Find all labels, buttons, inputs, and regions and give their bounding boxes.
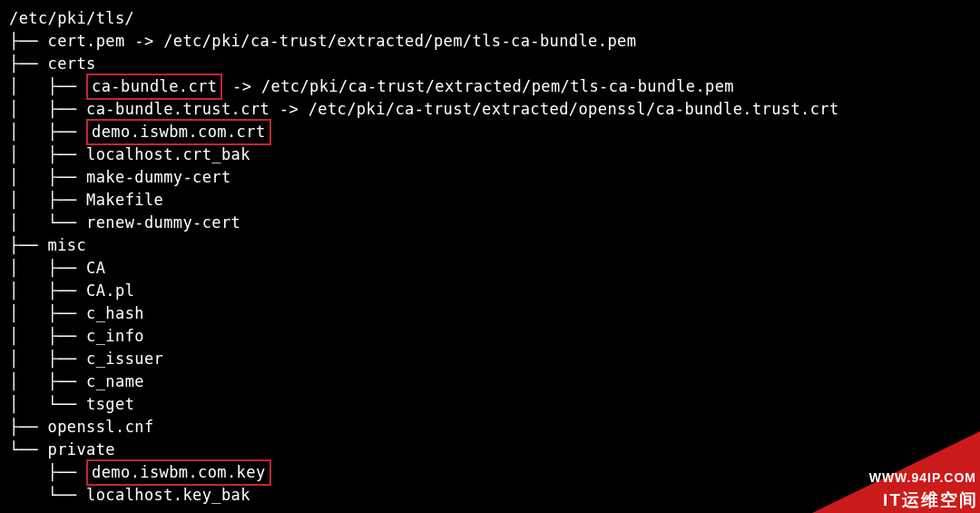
tree-prefix: │ └── [9, 213, 86, 232]
tree-prefix: │ ├── [9, 100, 86, 118]
tree-link-target: -> /etc/pki/ca-trust/extracted/pem/tls-c… [222, 77, 734, 95]
tree-filename: tsget [86, 395, 134, 413]
tree-prefix: ├── [9, 236, 48, 254]
tree-filename: demo.iswbm.com.key [86, 459, 270, 486]
tree-line: ├── misc [9, 234, 980, 257]
tree-prefix: │ ├── [9, 372, 86, 390]
tree-line: │ ├── c_info [9, 325, 980, 348]
tree-filename: /etc/pki/tls/ [9, 9, 134, 27]
tree-prefix: ├── [9, 32, 48, 50]
tree-filename: c_name [86, 372, 144, 390]
tree-prefix: ├── [9, 463, 86, 481]
tree-filename: openssl.cnf [48, 418, 154, 436]
tree-line: ├── demo.iswbm.com.key [9, 461, 980, 484]
tree-filename: ca-bundle.crt [86, 74, 222, 100]
tree-line: │ ├── localhost.crt_bak [9, 143, 980, 166]
tree-line: │ ├── Makefile [9, 189, 980, 212]
tree-filename: renew-dummy-cert [86, 213, 240, 232]
tree-filename: localhost.crt_bak [86, 145, 250, 163]
tree-filename: CA.pl [86, 281, 134, 300]
tree-prefix: │ ├── [9, 350, 86, 368]
tree-line: └── localhost.key_bak [9, 484, 980, 507]
tree-filename: localhost.key_bak [86, 486, 250, 504]
tree-prefix: │ ├── [9, 145, 86, 163]
tree-line: ├── openssl.cnf [9, 416, 980, 439]
tree-prefix: │ ├── [9, 259, 86, 277]
tree-filename: ca-bundle.trust.crt [86, 100, 270, 118]
tree-prefix: │ └── [9, 395, 86, 413]
tree-line: │ ├── ca-bundle.crt -> /etc/pki/ca-trust… [9, 75, 980, 98]
tree-filename: misc [48, 236, 87, 254]
tree-prefix: │ ├── [9, 123, 86, 141]
tree-filename: make-dummy-cert [86, 168, 231, 186]
tree-prefix: │ ├── [9, 281, 86, 300]
tree-line: │ ├── CA.pl [9, 280, 980, 302]
tree-prefix: └── [9, 486, 86, 504]
tree-filename: Makefile [86, 191, 163, 209]
tree-line: │ ├── demo.iswbm.com.crt [9, 121, 980, 143]
tree-filename: cert.pem [48, 32, 125, 50]
tree-filename: c_issuer [86, 350, 163, 368]
tree-line: │ ├── c_hash [9, 302, 980, 325]
tree-filename: demo.iswbm.com.crt [86, 119, 270, 145]
tree-prefix: │ ├── [9, 168, 86, 186]
tree-prefix: │ ├── [9, 304, 86, 322]
tree-line: /etc/pki/tls/ [9, 7, 980, 30]
tree-line: ├── certs [9, 53, 980, 75]
tree-line: └── private [9, 439, 980, 461]
tree-link-target: -> /etc/pki/ca-trust/extracted/openssl/c… [270, 100, 838, 118]
terminal-output: /etc/pki/tls/├── cert.pem -> /etc/pki/ca… [0, 0, 980, 507]
tree-filename: private [48, 440, 115, 459]
tree-prefix: └── [9, 440, 48, 459]
tree-filename: c_hash [86, 304, 144, 322]
tree-prefix: │ ├── [9, 191, 86, 209]
tree-prefix: │ ├── [9, 77, 86, 95]
tree-line: │ ├── make-dummy-cert [9, 166, 980, 189]
tree-line: │ ├── CA [9, 257, 980, 280]
tree-line: │ └── tsget [9, 393, 980, 416]
tree-prefix: ├── [9, 418, 48, 436]
tree-link-target: -> /etc/pki/ca-trust/extracted/pem/tls-c… [125, 32, 637, 50]
tree-filename: certs [48, 54, 96, 73]
tree-prefix: │ ├── [9, 327, 86, 345]
tree-filename: c_info [86, 327, 144, 345]
tree-line: │ └── renew-dummy-cert [9, 212, 980, 234]
tree-line: │ ├── ca-bundle.trust.crt -> /etc/pki/ca… [9, 98, 980, 121]
tree-line: ├── cert.pem -> /etc/pki/ca-trust/extrac… [9, 30, 980, 53]
tree-line: │ ├── c_name [9, 370, 980, 393]
tree-filename: CA [86, 259, 105, 277]
tree-prefix: ├── [9, 54, 48, 73]
tree-line: │ ├── c_issuer [9, 348, 980, 370]
